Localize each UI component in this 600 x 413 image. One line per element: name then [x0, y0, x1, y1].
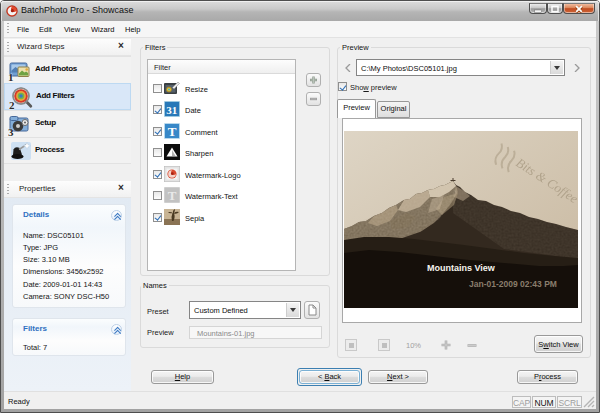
svg-text:3: 3: [8, 126, 14, 137]
svg-text:T: T: [168, 188, 177, 203]
svg-text:31: 31: [166, 104, 177, 116]
svg-text:2: 2: [9, 99, 15, 110]
svg-text:1: 1: [8, 71, 14, 83]
svg-text:T: T: [168, 124, 177, 139]
